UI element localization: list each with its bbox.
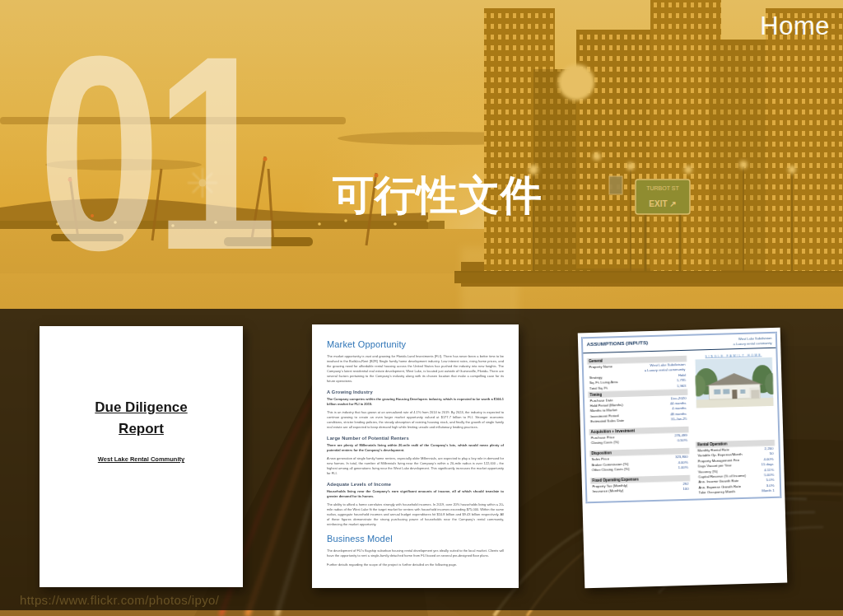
- presentation-slide: TURBOT ST EXIT ↗ Home 01 可行性文件 https://w…: [0, 0, 843, 616]
- slide-title: 可行性文件: [333, 168, 543, 223]
- row-label: Other Closing Costs (%): [592, 466, 630, 473]
- report-block-p: The market opportunity is vast and growi…: [327, 354, 504, 384]
- due-diligence-subtitle: West Lake Rental Community: [40, 455, 243, 463]
- photo-credit-url: https://www.flickr.com/photos/ipyo/: [20, 593, 219, 607]
- assumptions-section: TimingPurchase DateDec-2020Hold Period (…: [588, 389, 688, 424]
- report-block-h1: Business Model: [327, 534, 504, 544]
- assumptions-section: DispositionSales Price323,800Broker Comm…: [589, 448, 690, 473]
- assumptions-thumbnail[interactable]: ASSUMPTIONS (INPUTS) West Lake Subdivisi…: [578, 328, 788, 589]
- bottom-photo-strip: [0, 610, 843, 616]
- report-block-h1: Market Opportunity: [327, 339, 504, 350]
- report-block-p: Further details regarding the scope of t…: [327, 562, 504, 567]
- assumptions-table: ASSUMPTIONS (INPUTS) West Lake Subdivisi…: [581, 332, 782, 504]
- house-rendering: [695, 357, 774, 408]
- assumptions-section: Rental OperationMonthly Rental Rate2,200…: [696, 440, 776, 496]
- due-diligence-cover: Due Diligence Report West Lake Rental Co…: [40, 326, 243, 463]
- report-block-pb: The Company competes within the growing …: [327, 397, 504, 407]
- house-figure: SINGLE FAMILY HOME: [695, 353, 774, 410]
- property-line-2: a Luxury rental community: [734, 341, 772, 347]
- property-name-header: West Lake Subdivision a Luxury rental co…: [734, 336, 772, 346]
- row-label: Estimated Sales Date: [590, 418, 624, 424]
- title-line-2: Report: [40, 418, 243, 440]
- assumptions-section: Acquisition + InvestmentPurchase Price27…: [589, 427, 689, 446]
- report-block-pb: There are plenty of Millennials living w…: [327, 443, 504, 453]
- assumptions-right-col: SINGLE FAMILY HOME: [693, 353, 776, 496]
- row-value: 1.00%: [678, 464, 688, 470]
- row-label: Take Occupancy Month: [699, 489, 736, 496]
- title-line-1: Due Diligence: [40, 397, 243, 418]
- row-value: 0.50%: [678, 438, 687, 444]
- report-block-p: The ability to afford a home correlates …: [327, 502, 504, 527]
- due-diligence-title: Due Diligence Report: [40, 397, 243, 439]
- assumptions-rental-host: Rental OperationMonthly Rental Rate2,200…: [696, 440, 776, 496]
- row-value: 1,963: [677, 383, 686, 389]
- row-value: 31-Jan-25: [671, 416, 687, 422]
- report-block-h2: Adequate Levels of Income: [327, 482, 504, 487]
- report-block-pb: Households living near the Company's ear…: [327, 489, 504, 499]
- assumptions-section: Fixed Operating ExpensesProperty Tax (Mo…: [590, 475, 691, 495]
- report-block-h2: A Growing Industry: [327, 390, 504, 394]
- report-block-p: This is an industry that has grown at an…: [327, 410, 504, 430]
- market-report-body: Market OpportunityThe market opportunity…: [312, 324, 519, 588]
- row-value: Month 1: [761, 488, 775, 493]
- home-link[interactable]: Home: [760, 12, 830, 41]
- assumptions-section: GeneralProperty NameWest Lake Subdivisio…: [587, 356, 687, 391]
- assumptions-left-col: GeneralProperty NameWest Lake Subdivisio…: [587, 356, 691, 498]
- row-label: Total Sq. Ft.: [589, 385, 608, 390]
- report-block-p: A new generation of single family home r…: [327, 456, 504, 476]
- row-label: Closing Costs (%): [591, 440, 619, 446]
- report-block-h2: Large Number of Potential Renters: [327, 436, 504, 441]
- section-number: 01: [38, 30, 271, 277]
- assumptions-title: ASSUMPTIONS (INPUTS): [587, 340, 649, 348]
- row-label: Insurance (Monthly): [593, 488, 624, 494]
- due-diligence-thumbnail[interactable]: Due Diligence Report West Lake Rental Co…: [40, 326, 243, 587]
- report-block-p: The development of FLI's flagship suburb…: [327, 548, 504, 558]
- row-value: 100: [682, 486, 688, 492]
- market-report-thumbnail[interactable]: Market OpportunityThe market opportunity…: [312, 324, 519, 588]
- row-label: Property Name: [589, 364, 612, 370]
- assumption-row: Take Occupancy MonthMonth 1: [697, 488, 776, 495]
